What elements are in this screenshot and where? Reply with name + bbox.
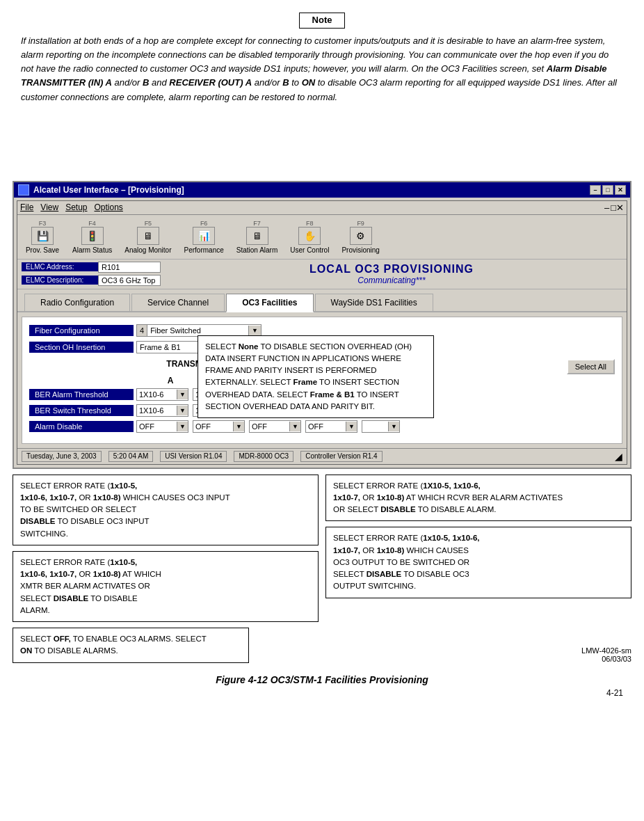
tx-col-a: A (136, 376, 204, 385)
status-bar: Tuesday, June 3, 2003 5:20 04 AM USI Ver… (17, 448, 627, 464)
ber-switch-tx-a-arrow[interactable]: ▼ (177, 406, 188, 415)
toolbar-alarm-status[interactable]: F4 🚦 Alarm Status (69, 218, 115, 256)
save-icon: 💾 (31, 227, 54, 245)
alarm-disable-tx-b-select[interactable]: OFF ▼ (193, 420, 245, 433)
ber-switch-tx-a-value: 1X10-6 (137, 405, 177, 416)
alarm-disable-tx-a-select[interactable]: OFF ▼ (136, 420, 188, 433)
analog-monitor-label: Analog Monitor (124, 246, 171, 254)
maximize-button[interactable]: □ (602, 185, 613, 195)
menu-options[interactable]: Options (95, 202, 123, 212)
alarm-disable-extra-select[interactable]: ▼ (362, 420, 400, 433)
fkey-f4: F4 (88, 220, 96, 227)
fiber-config-arrow[interactable]: ▼ (248, 326, 261, 335)
inline-bold2: B (143, 77, 149, 88)
alarm-disable-rx-b-select[interactable]: OFF ▼ (305, 420, 357, 433)
analog-monitor-icon: 🖥 (137, 227, 159, 245)
ber-alarm-left-bold2: 1x10-8) (93, 570, 121, 578)
inline-bold3: RECEIVER (OUT) A (169, 77, 252, 88)
provisioning-icon: ⚙ (350, 227, 372, 245)
ber-switch-left-bold1: 1x10-5,1x10-6, 1x10-7, (20, 481, 137, 502)
ber-alarm-right-callout: SELECT ERROR RATE (1X10-5, 1x10-6,1x10-7… (325, 475, 631, 522)
alarm-disable-tx-b-arrow[interactable]: ▼ (233, 422, 244, 431)
note-container: Note (0, 0, 644, 29)
lmw-text: LMW-4026-sm06/03/03 (581, 646, 631, 663)
fkey-f7: F7 (253, 220, 261, 227)
callout-oh-text: SELECT None TO DISABLE SECTION OVERHEAD … (205, 342, 412, 410)
callouts-row1: SELECT ERROR RATE (1x10-5,1x10-6, 1x10-7… (13, 475, 631, 623)
toolbar-user-control[interactable]: F8 ✋ User Control (287, 218, 332, 256)
main-title: LOCAL OC3 PROVISIONING (161, 263, 622, 276)
section-oh-label: Section OH Insertion (29, 342, 134, 353)
resize-handle[interactable]: ◢ (615, 451, 622, 462)
alarm-disable-label: Alarm Disable (29, 421, 134, 432)
tab-oc3-facilities[interactable]: OC3 Facilities (226, 294, 313, 312)
ber-alarm-tx-a-arrow[interactable]: ▼ (177, 390, 188, 399)
fkey-f9: F9 (357, 220, 364, 227)
alarm-disable-off-bold: OFF, (54, 635, 71, 643)
toolbar-prov-save[interactable]: F3 💾 Prov. Save (22, 218, 63, 256)
window-wrapper: SELECT None TO DISABLE SECTION OVERHEAD … (13, 181, 631, 663)
right-bottom-callouts: SELECT ERROR RATE (1X10-5, 1x10-6,1x10-7… (325, 475, 631, 598)
address-bar: ELMC Address: R101 ELMC Description: OC3… (17, 260, 627, 289)
close-button[interactable]: ✕ (615, 185, 626, 195)
fkey-f3: F3 (39, 220, 47, 227)
ber-alarm-right-bold1: 1X10-5, 1x10-6,1x10-7, (333, 481, 481, 502)
note-label: Note (312, 15, 332, 25)
fiber-config-prefix: 4 (137, 325, 147, 336)
callout-oh-box: SELECT None TO DISABLE SECTION OVERHEAD … (198, 335, 434, 419)
alarm-disable-extra-arrow[interactable]: ▼ (388, 422, 399, 431)
ber-alarm-tx-a-select[interactable]: 1X10-6 ▼ (136, 388, 188, 401)
ber-alarm-tx-a-value: 1X10-6 (137, 389, 177, 400)
ber-switch-left-bold2: 1x10-8) (93, 493, 121, 502)
ber-alarm-right-bold2: 1x10-8) (377, 493, 405, 502)
minimize-button[interactable]: – (590, 185, 601, 195)
main-window: Alcatel User Interface – [Provisioning] … (13, 181, 631, 469)
elmc-address-label: ELMC Address: (22, 262, 98, 271)
inner-maximize[interactable]: □ (611, 202, 616, 213)
inline-bold4: B (282, 77, 289, 88)
ber-alarm-label: BER Alarm Threshold (29, 389, 134, 400)
tab-bar: Radio Configuration Service Channel OC3 … (17, 289, 627, 312)
toolbar-performance[interactable]: F6 📊 Performance (181, 218, 227, 256)
alarm-status-label: Alarm Status (72, 246, 112, 254)
ber-alarm-left-bold1: 1x10-5,1x10-6, 1x10-7, (20, 558, 137, 578)
menu-setup[interactable]: Setup (65, 202, 87, 212)
inner-window: File View Setup Options – □ ✕ F3 💾 Prov.… (17, 200, 627, 465)
provisioning-label: Provisioning (341, 246, 379, 254)
right-callouts: SELECT ERROR RATE (1X10-5, 1x10-6,1x10-7… (325, 475, 631, 623)
select-all-button[interactable]: Select All (567, 359, 615, 374)
user-control-icon: ✋ (298, 227, 321, 245)
toolbar-station-alarm[interactable]: F7 🖥 Station Alarm (233, 218, 281, 256)
alarm-disable-tx-a-arrow[interactable]: ▼ (177, 422, 188, 431)
alarm-disable-rx-a-arrow[interactable]: ▼ (289, 422, 300, 431)
tab-radio-config[interactable]: Radio Configuration (24, 294, 130, 311)
alarm-disable-on-bold: ON (20, 646, 32, 655)
lmw-ref: LMW-4026-sm06/03/03 (256, 628, 631, 663)
alarm-disable-rx-b-arrow[interactable]: ▼ (346, 422, 357, 431)
status-device: MDR-8000 OC3 (234, 451, 293, 462)
tab-wayside-ds1[interactable]: WaySide DS1 Facilities (315, 294, 433, 311)
ber-switch-tx-a-select[interactable]: 1X10-6 ▼ (136, 404, 188, 417)
ber-switch-left-disable: DISABLE (20, 517, 55, 525)
callouts-row2: SELECT OFF, TO ENABLE OC3 ALARMS. SELECT… (13, 628, 631, 663)
tab-service-channel[interactable]: Service Channel (131, 294, 225, 311)
toolbar: F3 💾 Prov. Save F4 🚦 Alarm Status F5 🖥 A… (17, 215, 627, 260)
performance-icon: 📊 (193, 227, 215, 245)
menu-view[interactable]: View (40, 202, 58, 212)
inner-close[interactable]: ✕ (616, 202, 624, 213)
window-titlebar: Alcatel User Interface – [Provisioning] … (14, 182, 630, 198)
menu-file[interactable]: File (20, 202, 33, 212)
fkey-f8: F8 (306, 220, 314, 227)
inner-minimize[interactable]: – (604, 202, 609, 213)
ber-alarm-left-callout: SELECT ERROR RATE (1x10-5,1x10-6, 1x10-7… (13, 551, 319, 622)
performance-label: Performance (184, 246, 224, 254)
ber-switch-label: BER Switch Threshold (29, 405, 134, 416)
figure-caption: Figure 4-12 OC3/STM-1 Facilities Provisi… (0, 674, 644, 685)
alarm-disable-rx-a-select[interactable]: OFF ▼ (249, 420, 301, 433)
status-date: Tuesday, June 3, 2003 (22, 451, 102, 462)
fkey-f5: F5 (145, 220, 152, 227)
toolbar-analog-monitor[interactable]: F5 🖥 Analog Monitor (121, 218, 175, 256)
ber-switch-right-callout: SELECT ERROR RATE (1x10-5, 1x10-6,1x10-7… (325, 527, 631, 598)
toolbar-provisioning[interactable]: F9 ⚙ Provisioning (338, 218, 383, 256)
elmc-desc-label: ELMC Description: (22, 276, 98, 285)
